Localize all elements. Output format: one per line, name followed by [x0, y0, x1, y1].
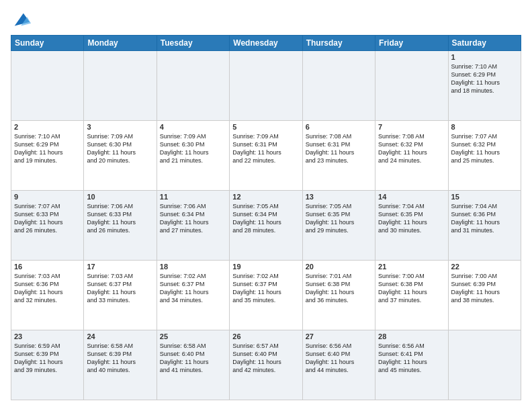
- day-info: Sunrise: 7:03 AMSunset: 6:37 PMDaylight:…: [87, 272, 153, 305]
- calendar-cell: [157, 51, 229, 121]
- calendar-cell: 28Sunrise: 6:56 AMSunset: 6:41 PMDayligh…: [375, 330, 448, 400]
- calendar-cell: 12Sunrise: 7:05 AMSunset: 6:34 PMDayligh…: [230, 191, 302, 261]
- weekday-header-sunday: Sunday: [11, 36, 84, 51]
- day-info: Sunrise: 6:58 AMSunset: 6:39 PMDaylight:…: [87, 342, 153, 375]
- day-number: 16: [14, 263, 81, 271]
- day-info: Sunrise: 7:03 AMSunset: 6:36 PMDaylight:…: [14, 272, 81, 305]
- calendar-week-2: 2Sunrise: 7:10 AMSunset: 6:29 PMDaylight…: [11, 121, 521, 191]
- calendar-cell: 24Sunrise: 6:58 AMSunset: 6:39 PMDayligh…: [84, 330, 157, 400]
- calendar-cell: 4Sunrise: 7:09 AMSunset: 6:30 PMDaylight…: [157, 121, 229, 191]
- calendar-cell: [11, 51, 84, 121]
- day-info: Sunrise: 7:10 AMSunset: 6:29 PMDaylight:…: [14, 132, 81, 165]
- day-info: Sunrise: 7:02 AMSunset: 6:37 PMDaylight:…: [160, 272, 226, 305]
- day-number: 3: [87, 123, 153, 131]
- day-info: Sunrise: 7:06 AMSunset: 6:33 PMDaylight:…: [87, 202, 153, 235]
- day-number: 25: [160, 332, 226, 340]
- day-number: 18: [160, 263, 226, 271]
- calendar-cell: 22Sunrise: 7:00 AMSunset: 6:39 PMDayligh…: [448, 261, 521, 330]
- calendar-cell: [375, 51, 448, 121]
- day-info: Sunrise: 7:00 AMSunset: 6:38 PMDaylight:…: [378, 272, 445, 305]
- calendar-cell: 10Sunrise: 7:06 AMSunset: 6:33 PMDayligh…: [84, 191, 157, 261]
- day-info: Sunrise: 7:04 AMSunset: 6:36 PMDaylight:…: [451, 202, 518, 235]
- day-number: 6: [306, 123, 372, 131]
- calendar-cell: 26Sunrise: 6:57 AMSunset: 6:40 PMDayligh…: [230, 330, 302, 400]
- day-number: 11: [160, 193, 226, 201]
- calendar-cell: 11Sunrise: 7:06 AMSunset: 6:34 PMDayligh…: [157, 191, 229, 261]
- logo: [11, 11, 31, 30]
- calendar-cell: 15Sunrise: 7:04 AMSunset: 6:36 PMDayligh…: [448, 191, 521, 261]
- calendar-cell: 6Sunrise: 7:08 AMSunset: 6:31 PMDaylight…: [302, 121, 375, 191]
- day-info: Sunrise: 7:07 AMSunset: 6:33 PMDaylight:…: [14, 202, 81, 235]
- day-number: 12: [232, 193, 299, 201]
- weekday-header-friday: Friday: [375, 36, 448, 51]
- calendar-cell: 5Sunrise: 7:09 AMSunset: 6:31 PMDaylight…: [230, 121, 302, 191]
- day-number: 28: [378, 332, 445, 340]
- day-info: Sunrise: 7:07 AMSunset: 6:32 PMDaylight:…: [451, 132, 518, 165]
- calendar-cell: [302, 51, 375, 121]
- calendar-week-4: 16Sunrise: 7:03 AMSunset: 6:36 PMDayligh…: [11, 261, 521, 330]
- day-number: 21: [378, 263, 445, 271]
- calendar-cell: 27Sunrise: 6:56 AMSunset: 6:40 PMDayligh…: [302, 330, 375, 400]
- weekday-header-thursday: Thursday: [302, 36, 375, 51]
- day-info: Sunrise: 7:04 AMSunset: 6:35 PMDaylight:…: [378, 202, 445, 235]
- day-info: Sunrise: 7:05 AMSunset: 6:34 PMDaylight:…: [232, 202, 299, 235]
- calendar-cell: 2Sunrise: 7:10 AMSunset: 6:29 PMDaylight…: [11, 121, 84, 191]
- day-number: 10: [87, 193, 153, 201]
- calendar-cell: 18Sunrise: 7:02 AMSunset: 6:37 PMDayligh…: [157, 261, 229, 330]
- calendar-cell: 25Sunrise: 6:58 AMSunset: 6:40 PMDayligh…: [157, 330, 229, 400]
- calendar-cell: 9Sunrise: 7:07 AMSunset: 6:33 PMDaylight…: [11, 191, 84, 261]
- day-info: Sunrise: 7:08 AMSunset: 6:31 PMDaylight:…: [306, 132, 372, 165]
- day-number: 7: [378, 123, 445, 131]
- calendar-week-1: 1Sunrise: 7:10 AMSunset: 6:29 PMDaylight…: [11, 51, 521, 121]
- day-number: 24: [87, 332, 153, 340]
- day-number: 4: [160, 123, 226, 131]
- calendar-cell: 16Sunrise: 7:03 AMSunset: 6:36 PMDayligh…: [11, 261, 84, 330]
- day-info: Sunrise: 7:09 AMSunset: 6:30 PMDaylight:…: [87, 132, 153, 165]
- day-info: Sunrise: 7:00 AMSunset: 6:39 PMDaylight:…: [451, 272, 518, 305]
- day-info: Sunrise: 7:10 AMSunset: 6:29 PMDaylight:…: [451, 62, 518, 95]
- day-number: 19: [232, 263, 299, 271]
- calendar-cell: 21Sunrise: 7:00 AMSunset: 6:38 PMDayligh…: [375, 261, 448, 330]
- day-number: 15: [451, 193, 518, 201]
- day-number: 23: [14, 332, 81, 340]
- day-number: 8: [451, 123, 518, 131]
- logo-icon: [12, 11, 31, 30]
- day-info: Sunrise: 7:08 AMSunset: 6:32 PMDaylight:…: [378, 132, 445, 165]
- day-number: 22: [451, 263, 518, 271]
- day-info: Sunrise: 6:56 AMSunset: 6:40 PMDaylight:…: [306, 342, 372, 375]
- calendar-week-5: 23Sunrise: 6:59 AMSunset: 6:39 PMDayligh…: [11, 330, 521, 400]
- weekday-header-saturday: Saturday: [448, 36, 521, 51]
- day-number: 17: [87, 263, 153, 271]
- day-info: Sunrise: 6:56 AMSunset: 6:41 PMDaylight:…: [378, 342, 445, 375]
- header: [11, 11, 521, 30]
- calendar-header-row: SundayMondayTuesdayWednesdayThursdayFrid…: [11, 36, 521, 51]
- day-info: Sunrise: 7:06 AMSunset: 6:34 PMDaylight:…: [160, 202, 226, 235]
- day-number: 5: [232, 123, 299, 131]
- weekday-header-monday: Monday: [84, 36, 157, 51]
- calendar-cell: 13Sunrise: 7:05 AMSunset: 6:35 PMDayligh…: [302, 191, 375, 261]
- calendar-cell: 23Sunrise: 6:59 AMSunset: 6:39 PMDayligh…: [11, 330, 84, 400]
- day-info: Sunrise: 7:01 AMSunset: 6:38 PMDaylight:…: [306, 272, 372, 305]
- calendar-table: SundayMondayTuesdayWednesdayThursdayFrid…: [11, 35, 521, 400]
- day-number: 1: [451, 53, 518, 61]
- day-number: 13: [306, 193, 372, 201]
- day-info: Sunrise: 6:59 AMSunset: 6:39 PMDaylight:…: [14, 342, 81, 375]
- day-info: Sunrise: 7:09 AMSunset: 6:30 PMDaylight:…: [160, 132, 226, 165]
- calendar-cell: [448, 330, 521, 400]
- weekday-header-wednesday: Wednesday: [230, 36, 302, 51]
- weekday-header-tuesday: Tuesday: [157, 36, 229, 51]
- day-number: 26: [232, 332, 299, 340]
- calendar-cell: 19Sunrise: 7:02 AMSunset: 6:37 PMDayligh…: [230, 261, 302, 330]
- calendar-cell: [84, 51, 157, 121]
- day-info: Sunrise: 6:57 AMSunset: 6:40 PMDaylight:…: [232, 342, 299, 375]
- calendar-cell: 17Sunrise: 7:03 AMSunset: 6:37 PMDayligh…: [84, 261, 157, 330]
- day-info: Sunrise: 7:02 AMSunset: 6:37 PMDaylight:…: [232, 272, 299, 305]
- page: SundayMondayTuesdayWednesdayThursdayFrid…: [0, 0, 532, 411]
- day-number: 27: [306, 332, 372, 340]
- day-number: 9: [14, 193, 81, 201]
- calendar-cell: 8Sunrise: 7:07 AMSunset: 6:32 PMDaylight…: [448, 121, 521, 191]
- calendar-cell: 20Sunrise: 7:01 AMSunset: 6:38 PMDayligh…: [302, 261, 375, 330]
- day-info: Sunrise: 7:09 AMSunset: 6:31 PMDaylight:…: [232, 132, 299, 165]
- calendar-cell: 1Sunrise: 7:10 AMSunset: 6:29 PMDaylight…: [448, 51, 521, 121]
- calendar-cell: 14Sunrise: 7:04 AMSunset: 6:35 PMDayligh…: [375, 191, 448, 261]
